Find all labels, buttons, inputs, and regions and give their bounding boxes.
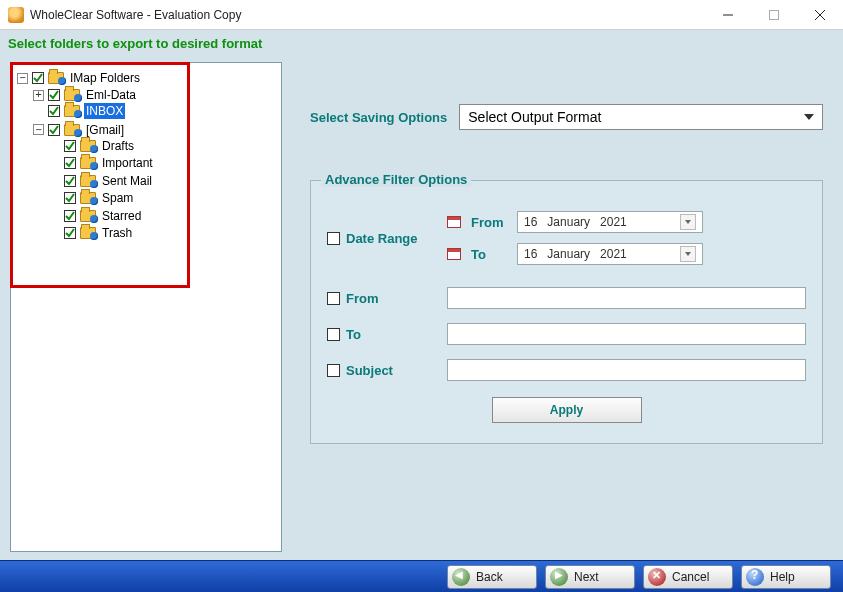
tree-node[interactable]: Sent Mail (49, 173, 154, 189)
window-title: WholeClear Software - Evaluation Copy (30, 8, 241, 22)
tree-node[interactable]: Spam (49, 190, 135, 206)
checkbox-icon[interactable] (48, 124, 60, 136)
checkbox-icon[interactable] (48, 89, 60, 101)
from-checkbox-row[interactable]: From (327, 291, 447, 306)
toggle-icon[interactable]: + (33, 90, 44, 101)
options-panel: Select Saving Options Select Output Form… (310, 80, 823, 444)
saving-options-label: Select Saving Options (310, 110, 447, 125)
checkbox-icon[interactable] (327, 364, 340, 377)
svg-rect-1 (770, 10, 779, 19)
checkbox-icon[interactable] (64, 192, 76, 204)
tree-node[interactable]: Trash (49, 225, 134, 241)
back-button[interactable]: Back (447, 565, 537, 589)
checkbox-icon[interactable] (327, 328, 340, 341)
cancel-icon (648, 568, 666, 586)
maximize-button[interactable] (751, 0, 797, 30)
next-button[interactable]: Next (545, 565, 635, 589)
tree-node-gmail[interactable]: − [Gmail] (33, 122, 126, 138)
tree-label: Spam (100, 190, 135, 206)
chevron-down-icon[interactable] (680, 214, 696, 230)
apply-button[interactable]: Apply (492, 397, 642, 423)
tree-node[interactable]: Drafts (49, 138, 136, 154)
checkbox-icon[interactable] (64, 140, 76, 152)
titlebar: WholeClear Software - Evaluation Copy (0, 0, 843, 30)
date-range-label: Date Range (346, 231, 418, 246)
date-from-label: From (471, 215, 507, 230)
tree-label: Trash (100, 225, 134, 241)
checkbox-icon[interactable] (64, 210, 76, 222)
help-button[interactable]: Help (741, 565, 831, 589)
toggle-icon[interactable]: − (33, 124, 44, 135)
tree-label: [Gmail] (84, 122, 126, 138)
to-checkbox-row[interactable]: To (327, 327, 447, 342)
main-panel: Select folders to export to desired form… (0, 30, 843, 560)
tree-node[interactable]: + Eml-Data (33, 87, 138, 103)
tree-node-root[interactable]: − IMap Folders (17, 70, 142, 86)
to-field-label: To (346, 327, 361, 342)
folder-icon (48, 72, 64, 84)
date-to-label: To (471, 247, 507, 262)
subject-checkbox-row[interactable]: Subject (327, 363, 447, 378)
folder-icon (80, 210, 96, 222)
advance-filter-box: Advance Filter Options Date Range From 1… (310, 180, 823, 444)
checkbox-icon[interactable] (327, 232, 340, 245)
tree-label: IMap Folders (68, 70, 142, 86)
folder-tree[interactable]: − IMap Folders + Eml-Data (11, 63, 281, 249)
tree-label: Sent Mail (100, 173, 154, 189)
date-range-checkbox-row[interactable]: Date Range (327, 231, 447, 246)
help-icon (746, 568, 764, 586)
subject-input[interactable] (447, 359, 806, 381)
tree-node[interactable]: Starred (49, 208, 143, 224)
to-input[interactable] (447, 323, 806, 345)
folder-icon (80, 192, 96, 204)
tree-label: INBOX (84, 103, 125, 119)
tree-label: Eml-Data (84, 87, 138, 103)
folder-icon (80, 157, 96, 169)
checkbox-icon[interactable] (48, 105, 60, 117)
instruction-banner: Select folders to export to desired form… (8, 36, 262, 51)
folder-icon (80, 140, 96, 152)
app-icon (8, 7, 24, 23)
checkbox-icon[interactable] (327, 292, 340, 305)
from-field-label: From (346, 291, 379, 306)
folder-icon (80, 175, 96, 187)
calendar-icon (447, 216, 461, 228)
cancel-button[interactable]: Cancel (643, 565, 733, 589)
chevron-down-icon[interactable] (680, 246, 696, 262)
tree-node[interactable]: Important (49, 155, 155, 171)
checkbox-icon[interactable] (64, 175, 76, 187)
back-icon (452, 568, 470, 586)
folder-icon (64, 89, 80, 101)
next-icon (550, 568, 568, 586)
subject-field-label: Subject (346, 363, 393, 378)
tree-node-inbox[interactable]: INBOX (33, 103, 125, 119)
output-format-value: Select Output Format (468, 109, 601, 125)
tree-label: Important (100, 155, 155, 171)
close-button[interactable] (797, 0, 843, 30)
tree-label: Drafts (100, 138, 136, 154)
minimize-button[interactable] (705, 0, 751, 30)
folder-icon (64, 124, 80, 136)
folder-tree-panel: − IMap Folders + Eml-Data (10, 62, 282, 552)
tree-label: Starred (100, 208, 143, 224)
chevron-down-icon (804, 114, 814, 120)
filter-box-title: Advance Filter Options (321, 172, 471, 187)
output-format-select[interactable]: Select Output Format (459, 104, 823, 130)
wizard-button-bar: Back Next Cancel Help (0, 560, 843, 592)
date-to-input[interactable]: 16 January 2021 (517, 243, 703, 265)
date-from-input[interactable]: 16 January 2021 (517, 211, 703, 233)
checkbox-icon[interactable] (32, 72, 44, 84)
folder-icon (64, 105, 80, 117)
from-input[interactable] (447, 287, 806, 309)
toggle-icon[interactable]: − (17, 73, 28, 84)
checkbox-icon[interactable] (64, 157, 76, 169)
checkbox-icon[interactable] (64, 227, 76, 239)
folder-icon (80, 227, 96, 239)
calendar-icon (447, 248, 461, 260)
